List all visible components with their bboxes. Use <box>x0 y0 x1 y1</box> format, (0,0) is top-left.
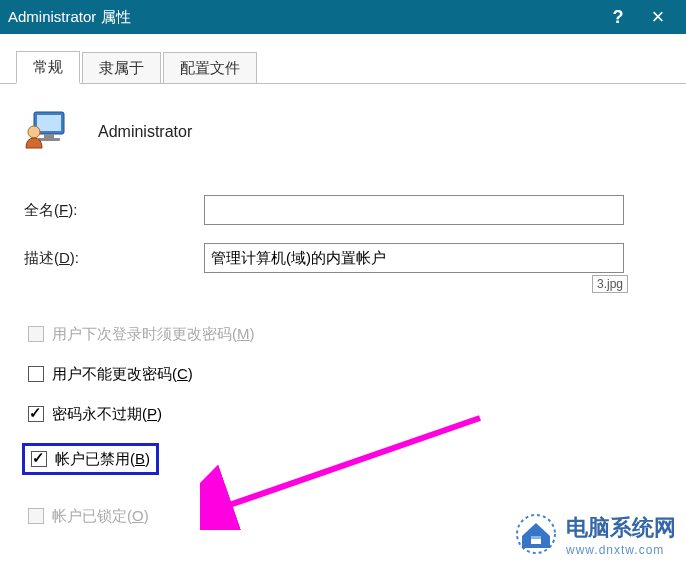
label-fullname: 全名(F): <box>24 201 204 220</box>
close-icon[interactable]: × <box>638 4 678 30</box>
checkbox-account-disabled-box[interactable] <box>31 451 47 467</box>
account-header: Administrator <box>24 108 662 155</box>
window-title: Administrator 属性 <box>8 8 598 27</box>
titlebar: Administrator 属性 ? × <box>0 0 686 34</box>
checkbox-neverexpire-box[interactable] <box>28 406 44 422</box>
tab-strip: 常规 隶属于 配置文件 <box>0 48 686 84</box>
tab-memberof[interactable]: 隶属于 <box>82 52 161 83</box>
help-icon[interactable]: ? <box>598 7 638 28</box>
checkbox-cannotchange[interactable]: 用户不能更改密码(C) <box>24 363 662 385</box>
house-icon <box>514 514 558 557</box>
checkbox-neverexpire[interactable]: 密码永不过期(P) <box>24 403 662 425</box>
svg-rect-2 <box>44 134 54 138</box>
image-filename-tag: 3.jpg <box>592 275 628 293</box>
input-fullname[interactable] <box>204 195 624 225</box>
checkbox-account-disabled[interactable]: 帐户已禁用(B) <box>22 443 159 475</box>
tab-content: Administrator 全名(F): 描述(D): 3.jpg 用户下次登录… <box>0 84 686 527</box>
watermark-url: www.dnxtw.com <box>566 543 676 557</box>
row-fullname: 全名(F): <box>24 195 662 225</box>
svg-rect-8 <box>531 536 541 539</box>
label-description: 描述(D): <box>24 249 204 268</box>
svg-rect-1 <box>37 115 61 131</box>
checkbox-group: 用户下次登录时须更改密码(M) 用户不能更改密码(C) 密码永不过期(P) 帐户… <box>24 323 662 527</box>
svg-rect-3 <box>38 138 60 141</box>
row-description: 描述(D): 3.jpg <box>24 243 662 273</box>
watermark-title: 电脑系统网 <box>566 513 676 543</box>
checkbox-mustchange[interactable]: 用户下次登录时须更改密码(M) <box>24 323 662 345</box>
input-description[interactable] <box>204 243 624 273</box>
user-icon <box>24 108 72 155</box>
watermark: 电脑系统网 www.dnxtw.com <box>514 513 676 557</box>
tab-profile[interactable]: 配置文件 <box>163 52 257 83</box>
checkbox-mustchange-box <box>28 326 44 342</box>
account-name: Administrator <box>98 123 192 141</box>
checkbox-locked-box <box>28 508 44 524</box>
tab-general[interactable]: 常规 <box>16 51 80 84</box>
checkbox-cannotchange-box[interactable] <box>28 366 44 382</box>
svg-point-4 <box>28 126 40 138</box>
